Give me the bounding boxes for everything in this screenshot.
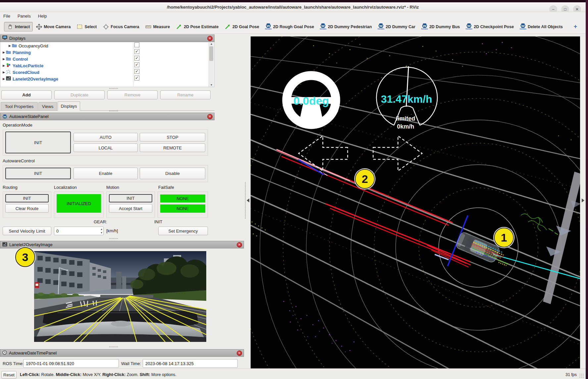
chevron-right-icon[interactable]: ▶ [9, 44, 12, 47]
tab-views[interactable]: Views [38, 102, 57, 110]
tool-2d-pose-estimate[interactable]: 2D Pose Estimate [173, 22, 221, 31]
menu-file[interactable]: File [3, 14, 10, 19]
remote-button[interactable]: REMOTE [140, 143, 205, 152]
tree-item-scoredcloud[interactable]: ▶ ScoredCloud [3, 69, 39, 76]
annotation-badge-3: 3 [15, 247, 35, 267]
3d-viewport[interactable]: 0.0deg 31.47km/h limited 0km/h [251, 36, 580, 368]
toolbar: Interact Move Camera Select Focus Camera… [0, 20, 586, 34]
autoware-logo-icon: Autoware [519, 23, 526, 30]
tab-displays[interactable]: Displays [58, 101, 80, 111]
splitter-handle[interactable] [109, 238, 118, 239]
collapse-right-icon[interactable] [582, 198, 584, 202]
camera-overlay-image [34, 251, 206, 342]
tool-2d-dummy-bus[interactable]: Autoware 2D Dummy Bus [418, 22, 463, 31]
tree-item-control[interactable]: ▶ Control [3, 56, 28, 62]
chevron-right-icon[interactable]: ▶ [3, 77, 6, 81]
trajectory-line-cyan [493, 254, 580, 279]
titlebar[interactable]: /home/kentoyabuuchi2/Projects/yabloc_aut… [0, 2, 586, 12]
tool-move-camera[interactable]: Move Camera [33, 22, 74, 31]
chevron-right-icon[interactable]: ▶ [3, 57, 6, 61]
close-icon[interactable]: ✕ [237, 351, 242, 356]
local-button[interactable]: LOCAL [74, 143, 138, 152]
stop-button[interactable]: STOP [140, 133, 205, 141]
annotation-badge-2: 2 [355, 169, 375, 189]
motion-state: INIT [109, 194, 152, 202]
image-icon [6, 76, 11, 81]
collapse-left-icon[interactable] [247, 198, 249, 202]
remove-display-button[interactable]: Remove [107, 90, 158, 99]
folder-icon [6, 50, 11, 55]
accept-start-button[interactable]: Accept Start [109, 204, 152, 213]
splitter-handle[interactable] [109, 88, 118, 89]
chevron-right-icon[interactable]: ▶ [3, 64, 6, 67]
close-icon[interactable]: ✕ [207, 36, 213, 41]
move-icon [36, 24, 42, 30]
set-emergency-button[interactable]: Set Emergency [158, 227, 208, 235]
auto-button[interactable]: AUTO [74, 133, 138, 141]
localization-state: INITIALIZED [57, 194, 101, 213]
tree-item-lanelet2overlayimage[interactable]: ▶ Lanelet2OverlayImage [3, 76, 58, 82]
close-icon[interactable]: ✕ [237, 242, 242, 247]
checkbox-planning[interactable]: ✓ [134, 49, 139, 54]
tool-2d-dummy-pedestrian[interactable]: Autoware 2D Dummy Pedestrian [317, 22, 375, 31]
panel-splitter[interactable] [245, 182, 246, 219]
resize-grip[interactable] [579, 373, 584, 378]
autoware-logo-icon: Autoware [466, 23, 472, 30]
splitter-handle[interactable] [109, 111, 118, 111]
chevron-right-icon[interactable]: ▶ [3, 71, 6, 74]
splitter-handle[interactable] [109, 347, 118, 347]
motion-label: Motion [106, 185, 119, 190]
tool-2d-rough-goal-pose[interactable]: Autoware 2D Rough Goal Pose [262, 22, 317, 31]
autoware-control-state: INIT [5, 168, 71, 179]
failsafe-state-1: NONE [160, 194, 205, 202]
tool-measure[interactable]: Measure [142, 22, 173, 31]
tree-column-divider [133, 42, 133, 87]
tree-item-occupancygrid[interactable]: ▶ OccupancyGrid [9, 42, 48, 49]
menu-help[interactable]: Help [38, 14, 47, 19]
folder-icon [12, 43, 17, 48]
turn-signal-arrows [299, 136, 422, 171]
stepper-arrows-icon[interactable]: ▲▼ [100, 227, 103, 235]
tool-interact[interactable]: Interact [4, 22, 33, 31]
add-tool-button[interactable]: + [570, 23, 581, 31]
chevron-right-icon[interactable]: ▶ [3, 51, 6, 54]
tree-scrollbar-thumb[interactable] [209, 46, 213, 61]
displays-panel-header[interactable]: Displays ✕ [0, 34, 215, 42]
menu-panels[interactable]: Panels [18, 14, 31, 19]
ros-time-field[interactable]: 1970-01-01 09:08:51.920 [23, 359, 119, 368]
reset-button[interactable]: Reset [1, 371, 17, 379]
close-icon[interactable]: ✕ [207, 114, 213, 119]
remove-tool-button[interactable]: − [585, 23, 588, 31]
state-panel-header[interactable]: AutowareStatePanel ✕ [0, 113, 215, 120]
annotation-badge-1: 1 [494, 228, 514, 247]
tool-select[interactable]: Select [74, 22, 100, 31]
wall-time-label: Wall Time: [121, 361, 141, 366]
clear-route-button[interactable]: Clear Route [5, 204, 49, 213]
checkbox-control[interactable]: ✓ [134, 56, 139, 61]
checkbox-occupancygrid[interactable] [134, 42, 139, 47]
duplicate-display-button[interactable]: Duplicate [54, 90, 105, 99]
localization-label: Localization [54, 185, 77, 190]
tree-item-planning[interactable]: ▶ Planning [3, 49, 31, 56]
datetime-panel-header[interactable]: AutowareDateTimePanel ✕ [0, 349, 244, 357]
tool-2d-goal-pose[interactable]: 2D Goal Pose [221, 22, 262, 31]
tool-2d-checkpoint-pose[interactable]: Autoware 2D Checkpoint Pose [463, 22, 517, 31]
tool-focus-camera[interactable]: Focus Camera [100, 22, 142, 31]
add-display-button[interactable]: Add [1, 90, 52, 99]
fps-counter: 31 fps [556, 372, 577, 377]
tab-tool-properties[interactable]: Tool Properties [1, 102, 38, 110]
send-velocity-limit-button[interactable]: Send Velocity Limit [3, 227, 51, 235]
ruler-icon [145, 24, 151, 30]
checkbox-scoredcloud[interactable]: ✓ [134, 69, 139, 74]
disable-button[interactable]: Disable [140, 168, 205, 179]
checkbox-lanelet2overlayimage[interactable]: ✓ [134, 76, 139, 81]
velocity-limit-stepper[interactable]: 0 ▲▼ [54, 227, 104, 235]
wall-time-field[interactable]: 2023-06-08 14:17:13.325 [143, 359, 238, 368]
rename-display-button[interactable]: Rename [160, 90, 211, 99]
checkbox-scoredcloud-yabloc[interactable]: ✓ [134, 62, 139, 67]
tool-delete-all-objects[interactable]: Autoware Delete All Objects [517, 22, 566, 31]
enable-button[interactable]: Enable [74, 168, 138, 179]
tool-2d-dummy-car[interactable]: Autoware 2D Dummy Car [375, 22, 418, 31]
tree-item-yablocparticle[interactable]: ▶ YabLocParticle [3, 62, 43, 69]
image-panel-header[interactable]: Lanelet2OverlayImage ✕ [0, 241, 244, 248]
